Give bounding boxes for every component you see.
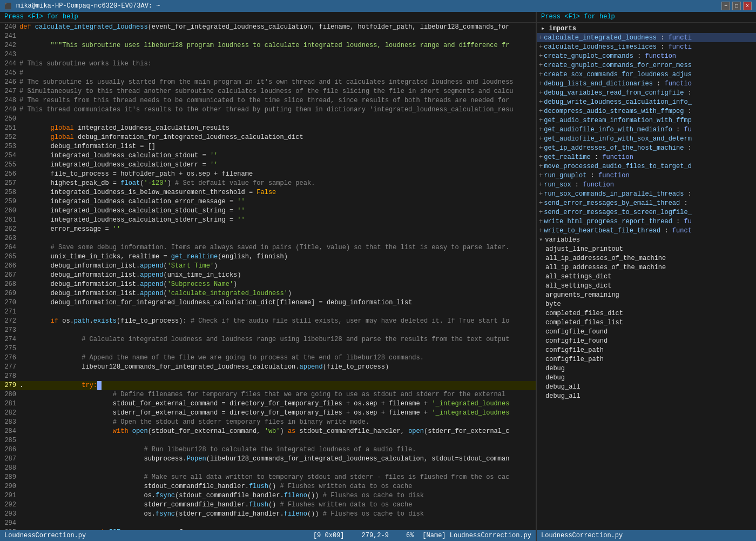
close-button[interactable]: × xyxy=(743,2,752,10)
outline-var-all-ip-1: all_ip_addresses_of_the_machine xyxy=(537,253,756,263)
outline-fn-send-error-screen[interactable]: +send_error_messages_to_screen_logfile_ xyxy=(537,208,756,217)
outline-fn-get-ip[interactable]: +get_ip_addresses_of_the_host_machine : xyxy=(537,143,756,152)
code-line: 280 # Define filenames for temporary fil… xyxy=(0,390,536,399)
code-line: 250 xyxy=(0,115,536,124)
code-line: 261 integrated_loudness_calculation_stde… xyxy=(0,216,536,225)
outline-var-all-settings-1: all_settings_dict xyxy=(537,272,756,281)
code-line: 252 global debug_information_for_integra… xyxy=(0,133,536,142)
outline-fn-run-sox[interactable]: +run_sox : function xyxy=(537,180,756,189)
outline-fn-get-audiofile-mediainfo[interactable]: +get_audiofile_info_with_mediainfo : fu xyxy=(537,125,756,134)
outline-fn-send-error-email[interactable]: +send_error_messages_by_email_thread : xyxy=(537,198,756,208)
outline-fn-get-audiofile-sox[interactable]: +get_audiofile_info_with_sox_and_determ xyxy=(537,134,756,143)
code-line: 283 # Open the stdout and stderr tempora… xyxy=(0,418,536,427)
main-container: Press <F1> for help 240 def calculate_in… xyxy=(0,12,756,541)
code-line: 242 """This subroutine uses libebur128 p… xyxy=(0,41,536,50)
outline-var-byte: byte xyxy=(537,299,756,309)
code-line: 270 debug_information_for_integrated_lou… xyxy=(0,298,536,308)
outline-fn-create-gnuplot-commands[interactable]: +create_gnuplot_commands : function xyxy=(537,51,756,61)
outline-var-configfile-found-1: configfile_found xyxy=(537,327,756,336)
outline-content[interactable]: ▸ imports +calculate_integrated_loudness… xyxy=(537,23,756,530)
editor-help-bar: Press <F1> for help xyxy=(0,12,536,23)
outline-var-debug-all-2: debug_all xyxy=(537,391,756,400)
status-position: [9 0x09] xyxy=(313,532,345,539)
maximize-button[interactable]: □ xyxy=(732,2,741,10)
outline-var-adjust-line: adjust_line_printout xyxy=(537,244,756,253)
outline-fn-debug-lists[interactable]: +debug_lists_and_dictionaries : functio xyxy=(537,79,756,88)
outline-var-debug-all-1: debug_all xyxy=(537,382,756,391)
code-line: 265 unix_time_in_ticks, realtime = get_r… xyxy=(0,252,536,262)
outline-fn-debug-variables[interactable]: +debug_variables_read_from_configfile : xyxy=(537,88,756,97)
code-line: 251 global integrated_loudness_calculati… xyxy=(0,124,536,133)
code-line: 269 debug_information_list.append('calcu… xyxy=(0,289,536,298)
outline-fn-write-heartbeat[interactable]: +write_to_heartbeat_file_thread : funct xyxy=(537,226,756,235)
outline-var-all-settings-2: all_settings_dict xyxy=(537,281,756,290)
status-lineinfo: 279,2-9 xyxy=(362,532,389,539)
outline-var-completed-files-list: completed_files_list xyxy=(537,318,756,327)
outline-fn-run-sox-parallel[interactable]: +run_sox_commands_in_parallel_threads : xyxy=(537,189,756,198)
outline-status-filename: LoudnessCorrection.py xyxy=(541,532,623,539)
code-line: 243 xyxy=(0,50,536,59)
code-line: 246 # The subroutine is usually started … xyxy=(0,78,536,87)
code-line: 275 xyxy=(0,344,536,353)
code-line: 289 # Make sure all data written to temp… xyxy=(0,473,536,482)
code-line: 287 subprocess.Popen(libebur128_commands… xyxy=(0,455,536,464)
code-line: 268 debug_information_list.append('Subpr… xyxy=(0,280,536,289)
status-nametag: [Name] LoudnessCorrection.py xyxy=(422,532,531,539)
code-line: 253 debug_information_list = [] xyxy=(0,142,536,151)
imports-section-label: Press <F1> for help xyxy=(541,13,615,21)
code-line: 240 def calculate_integrated_loudness(ev… xyxy=(0,23,536,32)
code-line: 278 xyxy=(0,372,536,381)
outline-fn-create-gnuplot-error[interactable]: +create_gnuplot_commands_for_error_mess xyxy=(537,61,756,70)
outline-topbar: Press <F1> for help xyxy=(537,12,756,23)
code-line: 276 # Append the name of the file we are… xyxy=(0,353,536,363)
outline-imports[interactable]: ▸ imports xyxy=(537,24,756,33)
code-line: 259 integrated_loudness_calculation_erro… xyxy=(0,197,536,206)
code-area[interactable]: 240 def calculate_integrated_loudness(ev… xyxy=(0,23,536,530)
code-line: 290 stdout_commandfile_handler.flush() #… xyxy=(0,482,536,491)
code-line: 262 error_message = '' xyxy=(0,225,536,234)
variables-label: variables xyxy=(545,236,580,244)
outline-var-configfile-found-2: configfile_found xyxy=(537,336,756,345)
code-line: 293 os.fsync(stderr_commandfile_handler.… xyxy=(0,510,536,519)
code-line: 256 file_to_process = hotfolder_path + o… xyxy=(0,170,536,179)
code-line: 257 highest_peak_db = float('-120') # Se… xyxy=(0,179,536,188)
code-line: 291 os.fsync(stdout_commandfile_handler.… xyxy=(0,491,536,500)
code-editor[interactable]: Press <F1> for help 240 def calculate_in… xyxy=(0,12,536,541)
outline-fn-debug-write[interactable]: +debug_write_loudness_calculation_info_ xyxy=(537,97,756,106)
code-line: 267 debug_information_list.append(unix_t… xyxy=(0,271,536,280)
outline-fn-calculate-loudness-timeslices[interactable]: +calculate_loudness_timeslices : functi xyxy=(537,42,756,51)
code-line: 247 # Simultaneously to this thread anot… xyxy=(0,87,536,96)
code-line: 244 # This subroutine works like this: xyxy=(0,59,536,69)
code-line: 285 xyxy=(0,436,536,445)
outline-var-configfile-path-1: configfile_path xyxy=(537,345,756,355)
code-line: 295 except IOError as reason_for_error: xyxy=(0,528,536,530)
code-line: 258 integrated_loudness_is_below_measure… xyxy=(0,188,536,197)
outline-fn-calculate-integrated-loudness[interactable]: +calculate_integrated_loudness : functi xyxy=(537,33,756,42)
outline-statusbar: LoudnessCorrection.py xyxy=(537,530,756,541)
status-filename: LoudnessCorrection.py xyxy=(4,532,305,539)
outline-fn-run-gnuplot[interactable]: +run_gnuplot : function xyxy=(537,171,756,180)
window-controls: − □ × xyxy=(721,2,752,10)
outline-var-arguments: arguments_remaining xyxy=(537,290,756,299)
code-line: 284 with open(stdout_for_external_comman… xyxy=(0,427,536,436)
outline-fn-create-sox-commands[interactable]: +create_sox_commands_for_loudness_adjus xyxy=(537,70,756,79)
terminal-icon: ⬛ xyxy=(4,3,12,10)
outline-fn-get-audio-stream[interactable]: +get_audio_stream_information_with_ffmp xyxy=(537,116,756,125)
outline-panel: Press <F1> for help ▸ imports +calculate… xyxy=(536,12,756,541)
code-line: 241 xyxy=(0,32,536,41)
outline-var-debug-1: debug xyxy=(537,364,756,373)
minimize-button[interactable]: − xyxy=(721,2,730,10)
outline-fn-write-html[interactable]: +write_html_progress_report_thread : fu xyxy=(537,217,756,226)
code-line: 281 stdout_for_external_command = direct… xyxy=(0,399,536,409)
code-line: 264 # Save some debug information. Items… xyxy=(0,243,536,252)
titlebar: ⬛ mika@mika-HP-Compaq-nc6320-EV073AV: ~ … xyxy=(0,0,756,12)
outline-fn-get-realtime[interactable]: +get_realtime : function xyxy=(537,152,756,162)
outline-fn-decompress[interactable]: +decompress_audio_streams_with_ffmpeg : xyxy=(537,106,756,116)
outline-variables-section[interactable]: ▾ variables xyxy=(537,235,756,244)
code-line: 271 xyxy=(0,308,536,317)
code-line: 255 integrated_loudness_calculation_stde… xyxy=(0,161,536,170)
outline-fn-move-processed[interactable]: +move_processed_audio_files_to_target_d xyxy=(537,162,756,171)
code-line: 282 stderr_for_external_command = direct… xyxy=(0,409,536,418)
outline-var-all-ip-2: all_ip_addresses_of_the_machine xyxy=(537,263,756,272)
code-line: 292 stderr_commandfile_handler.flush() #… xyxy=(0,500,536,510)
